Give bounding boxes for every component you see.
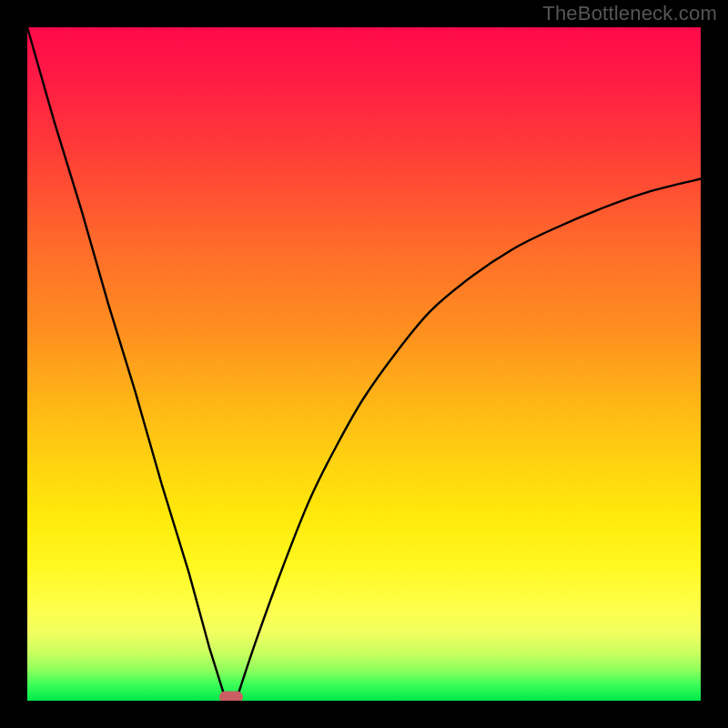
bottleneck-marker xyxy=(219,692,243,701)
chart-frame: TheBottleneck.com xyxy=(0,0,728,728)
plot-area xyxy=(27,27,701,701)
watermark-text: TheBottleneck.com xyxy=(542,2,717,25)
curve-left xyxy=(27,27,226,701)
curve-svg xyxy=(27,27,701,701)
curve-right xyxy=(236,179,701,702)
